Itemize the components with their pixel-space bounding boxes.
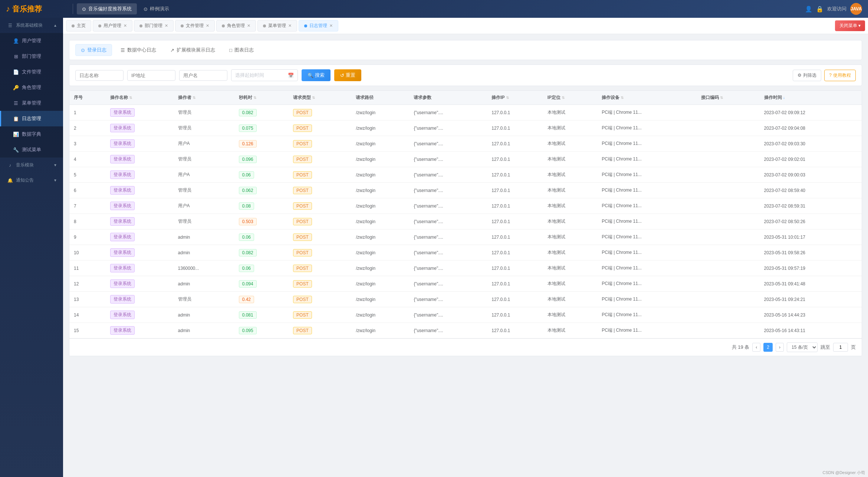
current-page[interactable]: 2 — [763, 343, 773, 352]
sub-tab-chart[interactable]: □ 图表日志 — [224, 44, 259, 56]
sidebar-item-test[interactable]: 🔧 测试菜单 — [0, 142, 63, 158]
chart-icon: □ — [229, 47, 232, 53]
cell-reqparams: {"username".... — [409, 183, 487, 198]
reset-button[interactable]: ↺ 重置 — [334, 69, 361, 81]
cell-operator: admin — [174, 229, 234, 245]
sub-tab-extend[interactable]: ↗ 扩展模块展示日志 — [165, 44, 221, 56]
tab-menu-close[interactable]: ✕ — [288, 23, 292, 28]
cell-reqtype: POST — [289, 198, 351, 214]
cell-seq: 8 — [69, 214, 106, 229]
table-row: 6 登录系统 管理员 0.062 POST /zwz/login {"usern… — [69, 183, 862, 198]
tab-user-close[interactable]: ✕ — [124, 23, 127, 28]
cell-opip: 127.0.0.1 — [487, 120, 543, 136]
sidebar-item-log[interactable]: 📋 日志管理 — [0, 111, 63, 126]
sidebar-item-dict[interactable]: 📊 数据字典 — [0, 126, 63, 142]
sidebar-item-dept[interactable]: ⊞ 部门管理 — [0, 49, 63, 64]
sidebar-section-system[interactable]: ☰ 系统基础模块 ▲ — [0, 18, 63, 33]
help-button[interactable]: ? 使用教程 — [824, 70, 856, 81]
cell-elapsed: 0.095 — [234, 323, 289, 338]
sort-reqtype-icon[interactable]: ⇅ — [312, 96, 315, 100]
username-input[interactable] — [179, 70, 227, 81]
sort-iploc-icon[interactable]: ⇅ — [562, 96, 565, 100]
sidebar-item-user[interactable]: 👤 用户管理 — [0, 33, 63, 49]
cell-operator: admin — [174, 307, 234, 323]
tab-file[interactable]: 文件管理 ✕ — [175, 20, 215, 32]
pagination: 共 19 条 ‹ 2 › 10 条/页15 条/页20 条/页50 条/页 跳至… — [69, 338, 862, 356]
cell-reqparams: {"username".... — [409, 136, 487, 152]
page-jump-input[interactable] — [833, 343, 848, 352]
page-content: ⊙ 登录日志 ☰ 数据中心日志 ↗ 扩展模块展示日志 □ 图表日志 — [63, 34, 868, 477]
cell-action: 登录系统 — [106, 307, 174, 323]
tab-dept-close[interactable]: ✕ — [165, 23, 168, 28]
cell-opip: 127.0.0.1 — [487, 261, 543, 276]
cell-seq: 4 — [69, 152, 106, 167]
tab-user[interactable]: 用户管理 ✕ — [93, 20, 132, 32]
cell-reqparams: {"username".... — [409, 245, 487, 261]
tab-home[interactable]: 主页 — [66, 20, 91, 32]
prev-page-button[interactable]: ‹ — [752, 343, 760, 352]
tab-role-close[interactable]: ✕ — [247, 23, 250, 28]
tab-file-close[interactable]: ✕ — [206, 23, 209, 28]
sort-operator-icon[interactable]: ⇅ — [193, 96, 195, 100]
tab-menu[interactable]: 菜单管理 ✕ — [257, 20, 297, 32]
cell-iploc: 本地测试 — [543, 292, 597, 307]
cell-action: 登录系统 — [106, 292, 174, 307]
col-opip: 操作IP ⇅ — [487, 91, 543, 105]
log-name-input[interactable] — [75, 70, 124, 81]
cell-reqtype: POST — [289, 214, 351, 229]
cell-operator: 1360000... — [174, 261, 234, 276]
table-body: 1 登录系统 管理员 0.082 POST /zwz/login {"usern… — [69, 105, 862, 338]
search-button[interactable]: 🔍 搜索 — [302, 69, 331, 81]
cell-reqpath: /zwz/login — [351, 245, 409, 261]
cell-optime: 2023-05-31 09:58:26 — [760, 245, 862, 261]
tab-dept[interactable]: 部门管理 ✕ — [134, 20, 174, 32]
sort-elapsed-icon[interactable]: ⇅ — [253, 96, 256, 100]
cell-opip: 127.0.0.1 — [487, 214, 543, 229]
cell-reqparams: {"username".... — [409, 105, 487, 120]
cell-elapsed: 0.06 — [234, 229, 289, 245]
table-row: 12 登录系统 admin 0.094 POST /zwz/login {"us… — [69, 276, 862, 292]
col-filter-button[interactable]: ⚙ 列筛选 — [793, 70, 821, 81]
cell-reqparams: {"username".... — [409, 198, 487, 214]
sidebar-item-menu[interactable]: ☰ 菜单管理 — [0, 95, 63, 111]
role-icon: 🔑 — [13, 85, 19, 90]
tab-log-close[interactable]: ✕ — [329, 23, 333, 28]
jump-label: 跳至 — [821, 344, 830, 351]
sort-iface-icon[interactable]: ⇅ — [720, 96, 723, 100]
sidebar-item-file[interactable]: 📄 文件管理 — [0, 64, 63, 80]
cell-reqparams: {"username".... — [409, 292, 487, 307]
sort-opip-icon[interactable]: ⇅ — [506, 96, 509, 100]
cell-elapsed: 0.081 — [234, 307, 289, 323]
next-page-button[interactable]: › — [776, 343, 784, 352]
logo-text: 音乐推荐 — [12, 4, 42, 14]
top-nav-right: 👤 🔒 欢迎访问 JAVA — [805, 3, 862, 15]
sort-device-icon[interactable]: ⇅ — [621, 96, 624, 100]
cell-elapsed: 0.126 — [234, 136, 289, 152]
col-elapsed: 秒耗时 ⇅ — [234, 91, 289, 105]
ip-input[interactable] — [127, 70, 175, 81]
user-mgmt-icon: 👤 — [13, 38, 19, 44]
tab-role[interactable]: 角色管理 ✕ — [216, 20, 256, 32]
cell-device: PC端 | Chrome 11... — [597, 245, 697, 261]
sidebar-section-notice[interactable]: 🔔 通知公告 ▼ — [0, 173, 63, 188]
user-avatar[interactable]: JAVA — [850, 3, 862, 15]
sort-action-icon[interactable]: ⇅ — [129, 96, 132, 100]
top-nav-item-demo[interactable]: ⊙ 样例演示 — [138, 3, 174, 14]
top-nav-item-system[interactable]: ⊙ 音乐偏好度推荐系统 — [77, 3, 137, 14]
reset-icon: ↺ — [340, 73, 344, 78]
sort-optime-icon[interactable]: ↓ — [783, 96, 785, 100]
cell-reqparams: {"username".... — [409, 214, 487, 229]
close-menu-button[interactable]: 关闭菜单 ▾ — [835, 20, 865, 31]
filter-bar: 选择起始时间 📅 🔍 搜索 ↺ 重置 ⚙ 列筛选 — [69, 64, 862, 86]
sub-tab-login-log[interactable]: ⊙ 登录日志 — [75, 44, 112, 56]
sidebar-item-role[interactable]: 🔑 角色管理 — [0, 80, 63, 95]
cell-iploc: 本地测试 — [543, 261, 597, 276]
sub-tabs: ⊙ 登录日志 ☰ 数据中心日志 ↗ 扩展模块展示日志 □ 图表日志 — [69, 40, 862, 60]
page-size-select[interactable]: 10 条/页15 条/页20 条/页50 条/页 — [787, 342, 818, 352]
cell-reqpath: /zwz/login — [351, 307, 409, 323]
date-picker[interactable]: 选择起始时间 📅 — [231, 69, 298, 81]
sidebar-section-music[interactable]: ♪ 音乐模块 ▼ — [0, 158, 63, 173]
tab-log[interactable]: 日志管理 ✕ — [299, 20, 338, 32]
sub-tab-data-center[interactable]: ☰ 数据中心日志 — [115, 44, 162, 56]
cell-elapsed: 0.503 — [234, 214, 289, 229]
